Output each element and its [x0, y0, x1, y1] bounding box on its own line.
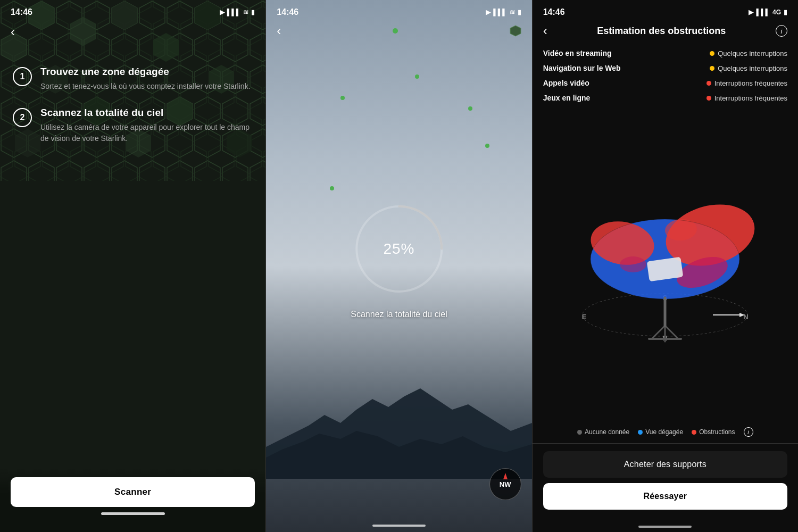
network-label: 4G — [772, 9, 781, 16]
panel-1-nav: ‹ — [0, 19, 265, 45]
nav-hexagon-icon — [510, 25, 521, 37]
status-streaming-label: Quelques interruptions — [718, 49, 787, 57]
step-1-number: 1 — [13, 67, 32, 86]
home-indicator-1 — [101, 512, 165, 515]
service-web-name: Navigation sur le Web — [543, 64, 621, 72]
legend-clear: Vue dégagée — [638, 428, 683, 436]
status-icons-2: ▶ ▌▌▌ ≋ ▮ — [486, 9, 521, 16]
mountains-silhouette — [266, 372, 531, 479]
panel-1-content: 14:46 ▶ ▌▌▌ ≋ ▮ ‹ 1 Trouvez une zone dég… — [0, 0, 265, 532]
panel-3-nav: ‹ Estimation des obstructions i — [533, 19, 798, 44]
time-2: 14:46 — [277, 7, 298, 17]
service-row-gaming: Jeux en ligne Interruptions fréquentes — [543, 90, 787, 105]
status-dot-streaming — [710, 51, 714, 56]
location-icon-2: ▶ — [486, 9, 491, 16]
home-indicator-2 — [372, 525, 426, 527]
status-dot-video — [706, 81, 711, 86]
step-1: 1 Trouvez une zone dégagée Sortez et ten… — [13, 66, 253, 92]
compass-ring: NW — [489, 468, 521, 500]
status-icons-1: ▶ ▌▌▌ ≋ ▮ — [220, 9, 255, 16]
steps-container: 1 Trouvez une zone dégagée Sortez et ten… — [0, 55, 265, 170]
service-row-streaming: Vidéo en streaming Quelques interruption… — [543, 46, 787, 61]
svg-text:E: E — [582, 313, 587, 321]
service-video-status: Interruptions fréquentes — [706, 79, 787, 87]
status-bar-3: 14:46 ▶ ▌▌▌ 4G ▮ — [533, 0, 798, 19]
scan-label: Scannez la totalité du ciel — [351, 310, 447, 319]
legend-clear-label: Vue dégagée — [645, 428, 683, 436]
status-gaming-label: Interruptions fréquentes — [714, 94, 787, 102]
back-button-2[interactable]: ‹ — [277, 23, 281, 38]
legend-dot-blue — [638, 430, 643, 435]
status-bar-1: 14:46 ▶ ▌▌▌ ≋ ▮ — [0, 0, 265, 19]
info-button[interactable]: i — [776, 25, 787, 37]
scan-dot-5 — [340, 96, 345, 100]
legend-obstructions-label: Obstructions — [699, 428, 735, 436]
compass-north-indicator — [503, 473, 508, 479]
scan-percentage: 25% — [383, 240, 414, 257]
status-video-label: Interruptions fréquentes — [714, 79, 787, 87]
scan-dot-2 — [468, 106, 472, 111]
signal-icon: ▌▌▌ — [227, 9, 241, 16]
dish-visualization: S N E N — [538, 111, 793, 423]
status-bar-2: 14:46 ▶ ▌▌▌ ≋ ▮ — [266, 0, 531, 19]
wifi-icon: ≋ — [243, 9, 248, 16]
svg-text:N: N — [744, 313, 749, 321]
panel-3-content: 14:46 ▶ ▌▌▌ 4G ▮ ‹ Estimation des obstru… — [533, 0, 798, 532]
status-dot-web — [710, 66, 714, 71]
compass-label: NW — [500, 480, 511, 488]
dish-svg: S N E N — [575, 182, 755, 352]
panel-2-nav: ‹ — [266, 19, 531, 38]
service-row-video: Appels vidéo Interruptions fréquentes — [543, 76, 787, 90]
panel-3-title: Estimation des obstructions — [554, 26, 769, 37]
legend-obstructions: Obstructions — [692, 428, 735, 436]
service-table: Vidéo en streaming Quelques interruption… — [533, 44, 798, 111]
step-2-title: Scannez la totalité du ciel — [40, 107, 253, 119]
service-streaming-name: Vidéo en streaming — [543, 49, 612, 57]
compass: NW — [489, 468, 521, 500]
scan-dot-3 — [485, 144, 489, 148]
svg-point-38 — [620, 256, 646, 272]
status-web-label: Quelques interruptions — [718, 64, 787, 72]
scan-dot-4 — [330, 186, 334, 190]
service-row-web: Navigation sur le Web Quelques interrupt… — [543, 61, 787, 76]
battery-icon-2: ▮ — [518, 9, 521, 16]
service-gaming-name: Jeux en ligne — [543, 94, 591, 102]
panel-1-bottom: Scanner — [0, 469, 265, 532]
legend-no-data-label: Aucune donnée — [585, 428, 629, 436]
svg-marker-19 — [510, 26, 521, 36]
retry-button[interactable]: Réessayer — [543, 483, 787, 510]
panel-2: 14:46 ▶ ▌▌▌ ≋ ▮ ‹ — [265, 0, 532, 532]
back-button-3[interactable]: ‹ — [543, 23, 547, 38]
wifi-icon-2: ≋ — [510, 9, 515, 16]
time-1: 14:46 — [11, 7, 32, 17]
buy-mounts-button[interactable]: Acheter des supports — [543, 451, 787, 478]
legend-info-button[interactable]: i — [744, 427, 753, 437]
legend: Aucune donnée Vue dégagée Obstructions i — [533, 423, 798, 443]
time-3: 14:46 — [543, 7, 565, 17]
step-2-content: Scannez la totalité du ciel Utilisez la … — [40, 107, 253, 144]
battery-icon-3: ▮ — [784, 9, 787, 16]
scan-circle-container: 25% Scannez la totalité du ciel — [351, 201, 447, 319]
location-icon-3: ▶ — [749, 9, 753, 16]
service-streaming-status: Quelques interruptions — [710, 49, 787, 57]
scanner-button[interactable]: Scanner — [11, 477, 255, 507]
legend-no-data: Aucune donnée — [577, 428, 629, 436]
step-1-content: Trouvez une zone dégagée Sortez et tenez… — [40, 66, 251, 92]
signal-icon-3: ▌▌▌ — [756, 9, 770, 16]
scan-dot-1 — [415, 74, 419, 79]
panel-1: 14:46 ▶ ▌▌▌ ≋ ▮ ‹ 1 Trouvez une zone dég… — [0, 0, 265, 532]
scan-ring: 25% — [351, 201, 447, 297]
legend-dot-red — [692, 430, 696, 435]
step-2: 2 Scannez la totalité du ciel Utilisez l… — [13, 107, 253, 144]
home-indicator-3 — [638, 526, 692, 528]
nav-green-dot — [393, 28, 398, 34]
panel-3-buttons: Acheter des supports Réessayer — [533, 444, 798, 526]
step-1-title: Trouvez une zone dégagée — [40, 66, 251, 78]
signal-icon-2: ▌▌▌ — [493, 9, 507, 16]
step-1-desc: Sortez et tenez-vous là où vous comptez … — [40, 81, 251, 92]
location-icon: ▶ — [220, 9, 225, 16]
status-icons-3: ▶ ▌▌▌ 4G ▮ — [749, 9, 787, 16]
battery-icon: ▮ — [251, 9, 255, 16]
status-dot-gaming — [706, 96, 711, 101]
back-button-1[interactable]: ‹ — [11, 24, 15, 39]
